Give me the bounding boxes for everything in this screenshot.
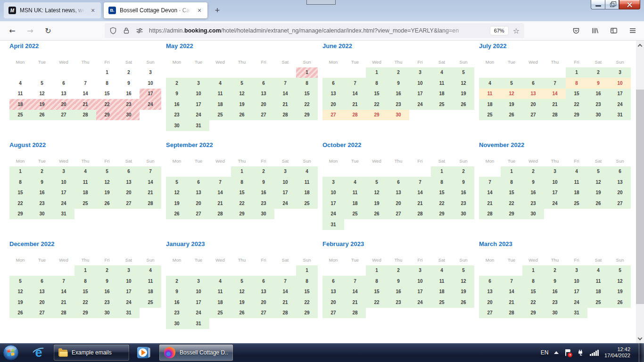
day-cell[interactable]: 11 [344,188,366,198]
day-cell[interactable]: 21 [274,297,296,308]
day-cell[interactable]: 24 [118,297,140,308]
windows-media-player-icon[interactable] [137,347,149,358]
day-cell[interactable]: 28 [501,308,522,319]
day-cell[interactable]: 5 [231,276,253,287]
day-cell[interactable]: 28 [409,209,431,220]
day-cell[interactable]: 17 [566,287,587,297]
day-cell[interactable]: 24 [53,198,74,209]
day-cell[interactable]: 22 [522,297,544,308]
day-cell[interactable]: 19 [166,198,188,209]
day-cell[interactable]: 18 [74,188,96,198]
internet-explorer-icon[interactable]: e [32,346,46,360]
day-cell[interactable]: 22 [296,99,318,110]
lock-icon[interactable] [123,27,130,34]
day-cell[interactable]: 30 [166,318,188,329]
reload-button[interactable]: ↻ [41,23,56,38]
day-cell[interactable]: 17 [322,198,344,209]
day-cell[interactable]: 28 [274,110,296,121]
month-title[interactable]: April 2022 [9,42,161,50]
day-cell[interactable]: 20 [322,99,344,110]
language-indicator[interactable]: EN [541,349,549,356]
day-cell[interactable]: 23 [587,99,609,110]
day-cell[interactable]: 28 [344,110,366,121]
day-cell[interactable]: 29 [566,110,587,121]
tab-close-icon[interactable]: × [89,6,97,15]
day-cell[interactable]: 16 [544,287,566,297]
day-cell[interactable]: 29 [9,209,31,220]
day-cell[interactable]: 19 [609,287,631,297]
day-cell[interactable]: 7 [274,276,296,287]
day-cell[interactable]: 6 [522,78,544,89]
month-title[interactable]: July 2022 [479,42,631,50]
day-cell[interactable]: 8 [431,177,453,188]
back-button[interactable]: ← [5,23,20,38]
day-cell[interactable]: 1 [431,166,453,177]
day-cell[interactable]: 9 [388,78,409,89]
day-cell[interactable]: 14 [344,287,366,297]
day-cell[interactable]: 24 [140,99,161,110]
day-cell[interactable]: 7 [501,276,522,287]
day-cell[interactable]: 20 [609,188,631,198]
day-cell[interactable]: 7 [53,276,74,287]
day-cell[interactable]: 21 [344,99,366,110]
day-cell[interactable]: 15 [296,287,318,297]
day-cell[interactable]: 10 [274,177,296,188]
day-cell[interactable]: 23 [118,99,140,110]
day-cell[interactable]: 31 [188,318,209,329]
day-cell[interactable]: 10 [188,89,209,99]
day-cell[interactable]: 8 [296,276,318,287]
day-cell[interactable]: 29 [366,110,388,121]
month-title[interactable]: October 2022 [322,141,474,149]
day-cell[interactable]: 15 [74,287,96,297]
day-cell[interactable]: 11 [431,78,453,89]
day-cell[interactable]: 12 [231,287,253,297]
day-cell[interactable]: 4 [431,265,453,276]
day-cell[interactable]: 30 [544,308,566,319]
day-cell[interactable]: 15 [96,89,118,99]
minimize-button[interactable] [591,0,605,9]
day-cell[interactable]: 6 [188,177,209,188]
shield-icon[interactable] [109,27,117,34]
day-cell[interactable]: 25 [566,198,587,209]
day-cell[interactable]: 3 [53,166,74,177]
day-cell[interactable]: 7 [409,177,431,188]
day-cell[interactable]: 11 [587,276,609,287]
day-cell[interactable]: 15 [501,188,522,198]
day-cell[interactable]: 9 [522,177,544,188]
day-cell[interactable]: 8 [74,276,96,287]
day-cell[interactable]: 23 [96,297,118,308]
day-cell[interactable]: 24 [274,198,296,209]
tab-bossell-cottage[interactable]: B. Bossell Cottage Devon · Calenda × [104,2,207,18]
day-cell[interactable]: 8 [366,78,388,89]
day-cell[interactable]: 12 [501,89,522,99]
day-cell[interactable]: 28 [74,110,96,121]
day-cell[interactable]: 25 [74,198,96,209]
day-cell[interactable]: 5 [231,78,253,89]
day-cell[interactable]: 21 [344,297,366,308]
day-cell[interactable]: 29 [501,209,522,220]
day-cell[interactable]: 17 [188,99,209,110]
day-cell[interactable]: 4 [431,67,453,78]
day-cell[interactable]: 21 [74,99,96,110]
day-cell[interactable]: 12 [366,188,388,198]
day-cell[interactable]: 25 [9,110,31,121]
day-cell[interactable]: 6 [253,276,274,287]
day-cell[interactable]: 27 [322,308,344,319]
day-cell[interactable]: 18 [209,297,231,308]
day-cell[interactable]: 22 [366,297,388,308]
day-cell[interactable]: 13 [118,177,140,188]
day-cell[interactable]: 23 [544,297,566,308]
day-cell[interactable]: 1 [296,265,318,276]
day-cell[interactable]: 9 [253,177,274,188]
day-cell[interactable]: 2 [544,265,566,276]
day-cell[interactable]: 12 [453,276,474,287]
day-cell[interactable]: 15 [366,287,388,297]
day-cell[interactable]: 14 [409,188,431,198]
tab-msn[interactable]: M MSN UK: Latest news, weather, H × [4,2,101,18]
new-tab-button[interactable]: + [210,3,224,17]
day-cell[interactable]: 12 [587,177,609,188]
pocket-icon[interactable] [569,23,584,38]
network-signal-icon[interactable] [590,350,599,356]
day-cell[interactable]: 9 [118,78,140,89]
day-cell[interactable]: 17 [118,287,140,297]
